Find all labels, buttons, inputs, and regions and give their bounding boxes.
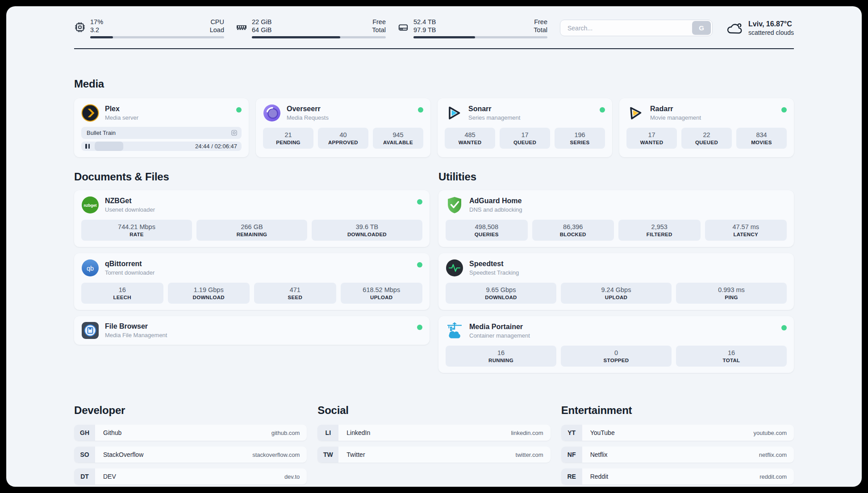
disk-total-label: Total — [534, 26, 547, 34]
developer-section-title: Developer — [74, 404, 307, 417]
bookmark-stackoverflow[interactable]: SO StackOverflow stackoverflow.com — [74, 447, 307, 463]
radarr-icon — [626, 104, 644, 122]
cpu-label: CPU — [210, 18, 224, 26]
sonarr-stat-series: 196 SERIES — [555, 128, 605, 149]
disk-progress-bar — [413, 36, 547, 38]
cpu-load-value: 3.2 — [90, 26, 103, 34]
section-utilities: Utilities — [438, 171, 794, 379]
app-card-nzbget[interactable]: nzbget NZBGet Usenet downloader 744.21 M… — [74, 190, 430, 247]
overseerr-stat-available: 945 AVAILABLE — [373, 128, 423, 149]
dev-name: DEV — [95, 473, 116, 480]
portainer-status-dot — [781, 325, 787, 330]
filebrowser-status-dot — [417, 325, 422, 330]
adguard-icon — [446, 196, 463, 214]
radarr-subtitle: Movie management — [650, 114, 776, 121]
overseerr-icon — [263, 104, 281, 122]
search-input[interactable] — [560, 25, 692, 32]
stackoverflow-url: stackoverflow.com — [252, 451, 307, 458]
section-documents-files: Documents & Files nzbget NZBGet Usenet d… — [74, 171, 430, 351]
qbittorrent-icon: qb — [81, 259, 99, 277]
app-card-qbittorrent[interactable]: qb qBittorrent Torrent downloader 16 LEE… — [74, 253, 430, 310]
disk-widget: 52.4 TB 97.9 TB Free Total — [397, 18, 547, 38]
plex-subtitle: Media server — [105, 114, 230, 121]
youtube-abbr: YT — [561, 425, 582, 441]
sonarr-stat-wanted: 485 WANTED — [445, 128, 495, 149]
radarr-title: Radarr — [650, 104, 776, 113]
qbittorrent-subtitle: Torrent downloader — [105, 269, 411, 276]
app-card-speedtest[interactable]: Speedtest Speedtest Tracking 9.65 Gbps D… — [438, 253, 794, 310]
portainer-stat-running: 16 RUNNING — [446, 346, 556, 367]
bookmark-twitter[interactable]: TW Twitter twitter.com — [317, 447, 550, 463]
netflix-url: netflix.com — [759, 451, 794, 458]
twitter-name: Twitter — [338, 451, 365, 458]
memory-free-value: 22 GiB — [252, 18, 271, 26]
qbittorrent-status-dot — [417, 262, 422, 267]
bookmark-youtube[interactable]: YT YouTube youtube.com — [561, 425, 794, 441]
cpu-progress-bar — [90, 36, 224, 38]
radarr-stat-wanted: 17 WANTED — [626, 128, 677, 149]
github-url: github.com — [271, 430, 307, 436]
sonarr-icon — [445, 104, 463, 122]
bookmark-netflix[interactable]: NF Netflix netflix.com — [561, 447, 794, 463]
memory-progress-bar — [252, 36, 386, 38]
adguard-stat-latency: 47.57 ms LATENCY — [705, 220, 787, 241]
nzbget-stat-remaining: 266 GB REMAINING — [196, 220, 307, 241]
filebrowser-title: File Browser — [105, 322, 411, 331]
qbittorrent-stat-seed: 471 SEED — [254, 283, 336, 304]
github-name: Github — [95, 429, 121, 436]
reddit-url: reddit.com — [760, 473, 794, 480]
app-card-portainer[interactable]: Media Portainer Container management 16 … — [438, 316, 794, 373]
weather-location-temp: Lviv, 16.87°C — [748, 20, 794, 29]
portainer-subtitle: Container management — [469, 332, 776, 339]
qbittorrent-title: qBittorrent — [105, 259, 411, 268]
nzbget-icon: nzbget — [81, 196, 99, 214]
disk-free-value: 52.4 TB — [413, 18, 436, 26]
linkedin-name: LinkedIn — [338, 429, 370, 436]
svg-text:nzbget: nzbget — [84, 203, 97, 208]
bookmark-github[interactable]: GH Github github.com — [74, 425, 307, 441]
app-card-filebrowser[interactable]: File Browser Media File Management — [74, 316, 430, 345]
speedtest-subtitle: Speedtest Tracking — [469, 269, 787, 276]
app-card-plex[interactable]: Plex Media server Bullet Train — [74, 98, 249, 157]
plex-track-title: Bullet Train — [87, 130, 116, 136]
app-card-overseerr[interactable]: Overseerr Media Requests 21 PENDING 40 A… — [256, 98, 430, 157]
social-section-title: Social — [317, 404, 550, 417]
speedtest-icon — [446, 259, 463, 277]
qbittorrent-stat-download: 1.19 Gbps DOWNLOAD — [168, 283, 250, 304]
cpu-icon — [74, 21, 86, 33]
linkedin-url: linkedin.com — [511, 430, 550, 436]
sonarr-status-dot — [600, 107, 605, 113]
youtube-name: YouTube — [582, 429, 615, 436]
adguard-subtitle: DNS and adblocking — [469, 206, 787, 213]
radarr-stat-queued: 22 QUEUED — [681, 128, 732, 149]
app-card-sonarr[interactable]: Sonarr Series management 485 WANTED 17 Q… — [438, 98, 612, 157]
linkedin-abbr: LI — [317, 425, 338, 441]
search-bar: G — [560, 20, 713, 36]
twitter-abbr: TW — [317, 447, 338, 463]
adguard-stat-blocked: 86,396 BLOCKED — [532, 220, 614, 241]
reddit-abbr: RE — [561, 468, 582, 485]
app-card-radarr[interactable]: Radarr Movie management 17 WANTED 22 QUE… — [619, 98, 794, 157]
weather-condition: scattered clouds — [748, 29, 794, 37]
adguard-stat-filtered: 2,953 FILTERED — [618, 220, 701, 241]
bookmark-dev[interactable]: DT DEV dev.to — [74, 468, 307, 485]
header-divider — [74, 48, 794, 49]
nzbget-status-dot — [417, 199, 422, 205]
search-engine-button[interactable]: G — [692, 21, 711, 35]
cpu-usage-percent: 17% — [90, 18, 103, 26]
pause-icon[interactable] — [85, 144, 90, 149]
memory-total-value: 64 GiB — [252, 26, 271, 34]
dashboard-panel: 17% 3.2 CPU Load — [6, 6, 862, 487]
app-card-adguard[interactable]: AdGuard Home DNS and adblocking 498,508 … — [438, 190, 794, 247]
netflix-abbr: NF — [561, 447, 582, 463]
adguard-stat-queries: 498,508 QUERIES — [446, 220, 528, 241]
section-developer: Developer GH Github github.com SO StackO… — [74, 404, 307, 487]
nzbget-stat-rate: 744.21 Mbps RATE — [81, 220, 192, 241]
bookmark-reddit[interactable]: RE Reddit reddit.com — [561, 468, 794, 485]
plex-icon — [81, 104, 99, 122]
dev-url: dev.to — [284, 473, 307, 480]
plex-now-playing: Bullet Train — [81, 127, 242, 139]
youtube-url: youtube.com — [754, 430, 794, 436]
bookmark-linkedin[interactable]: LI LinkedIn linkedin.com — [317, 425, 550, 441]
twitter-url: twitter.com — [516, 451, 551, 458]
